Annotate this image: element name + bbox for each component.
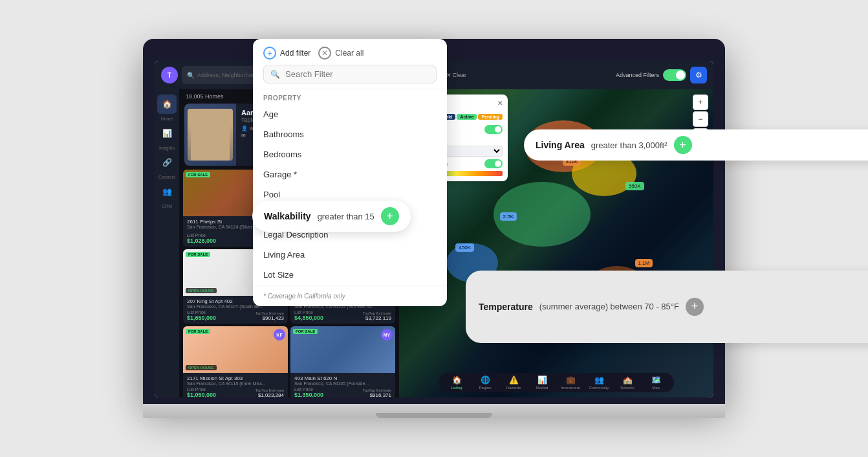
map-legend-close[interactable]: ✕ <box>497 100 503 107</box>
filter-item-living-area[interactable]: Living Area <box>253 245 447 265</box>
temperature-add-button[interactable]: + <box>686 298 704 316</box>
temperature-label-bold: Temperature <box>479 302 533 312</box>
list-item[interactable]: FOR SALE OPEN HOUSE KF 2171 Mission St A… <box>183 326 288 397</box>
filter-item-age[interactable]: Age <box>253 104 447 124</box>
community-icon: 👥 <box>594 375 604 385</box>
temperature-chip: Temperature (summer average) between 70 … <box>466 271 868 343</box>
filter-search-input[interactable] <box>285 69 429 79</box>
taptap-price: $901,423 <box>255 315 284 321</box>
agent-avatar-small: KF <box>274 329 285 340</box>
walkability-label-normal: greater than 15 <box>318 212 374 221</box>
toolbar-item-community[interactable]: 👥 Community <box>589 375 609 390</box>
sidebar-label-connect: Connect <box>158 175 175 179</box>
sidebar-label-crm: CRM <box>162 204 172 208</box>
user-avatar[interactable]: T <box>161 67 178 84</box>
market-icon: 📊 <box>537 375 547 385</box>
toolbar-item-investment[interactable]: 💼 Investment <box>560 375 581 390</box>
filter-item-bathrooms[interactable]: Bathrooms <box>253 124 447 144</box>
toolbar-label-listing: Listing <box>451 386 462 390</box>
settings-icon[interactable]: ⚙ <box>690 67 707 84</box>
list-price: $1,650,000 <box>187 315 216 321</box>
legend-prop-pills: Sold Active Pending <box>439 114 503 120</box>
toolbar-item-market[interactable]: 📊 Market <box>532 375 552 390</box>
laptop-base <box>143 404 725 418</box>
list-item[interactable]: FOR SALE MY 403 Main St 620 N San Franci… <box>290 326 395 397</box>
investment-icon: 💼 <box>566 375 576 385</box>
sidebar-label-home: Home <box>161 117 173 121</box>
sidebar-item-insights[interactable]: 📊 <box>157 124 177 143</box>
taptap-price: $3,722,119 <box>363 315 391 321</box>
clear-all-label: Clear all <box>335 49 363 58</box>
sidebar-label-insights: Insights <box>159 146 175 150</box>
filter-item-bedrooms[interactable]: Bedrooms <box>253 144 447 164</box>
listing-icon: 🏠 <box>452 375 462 385</box>
map-icon: 🗺️ <box>651 375 661 385</box>
toolbar-item-schools[interactable]: 🏫 Schools <box>617 375 638 390</box>
temperature-label-normal: (summer average) between 70 - 85°F <box>539 302 679 311</box>
filter-header: + Add filter ✕ Clear all 🔍 <box>253 39 447 89</box>
list-price: $1,350,000 <box>294 392 323 397</box>
clear-all-button[interactable]: ✕ Clear all <box>318 47 363 60</box>
taptap-estimate-toggle[interactable] <box>484 159 503 168</box>
for-sale-badge: FOR SALE <box>186 252 210 257</box>
map-price-bubble[interactable]: 1.1M <box>635 259 653 267</box>
advanced-filters-toggle[interactable]: Advanced Filters ⚙ <box>616 67 707 84</box>
filter-item-lot-size[interactable]: Lot Size <box>253 265 447 285</box>
filter-search-box[interactable]: 🔍 <box>263 65 437 84</box>
schools-icon: 🏫 <box>623 375 633 385</box>
toolbar-label-investment: Investment <box>561 386 580 390</box>
for-sale-badge: FOR SALE <box>293 329 318 334</box>
toolbar-item-listing[interactable]: 🏠 Listing <box>446 375 467 390</box>
coverage-note: * Coverage in California only <box>263 293 345 300</box>
sidebar-item-home[interactable]: 🏠 <box>157 95 177 114</box>
property-address: 2171 Mission St Apt 303 <box>187 375 284 381</box>
sidebar-item-crm[interactable]: 👥 <box>157 182 177 201</box>
agent-photo <box>184 104 236 166</box>
property-image: FOR SALE OPEN HOUSE KF <box>183 326 288 373</box>
agent-avatar-small: MY <box>381 329 393 340</box>
add-filter-dropdown-label: Add filter <box>280 49 310 58</box>
clear-label: Clear <box>453 72 467 78</box>
search-icon: 🔍 <box>187 72 195 79</box>
clear-button[interactable]: ✕ Clear <box>446 72 467 78</box>
toolbar-item-hazards[interactable]: ⚠️ Hazards <box>503 375 524 390</box>
map-zoom-in[interactable]: + <box>693 95 708 110</box>
legend-pill-active[interactable]: Active <box>457 114 477 120</box>
map-bottom-toolbar: 🏠 Listing 🌐 Region ⚠️ Hazards <box>439 373 674 392</box>
toolbar-label-hazards: Hazards <box>506 386 521 390</box>
property-city: San Francisco, CA 94110 (Inner Miss... <box>187 381 284 386</box>
map-price-bubble[interactable]: 550K <box>625 182 644 190</box>
heatmap-toggle[interactable] <box>484 125 503 134</box>
toolbar-item-map[interactable]: 🗺️ Map <box>646 375 666 390</box>
hazards-icon: ⚠️ <box>509 375 519 385</box>
legend-pill-pending[interactable]: Pending <box>478 114 503 120</box>
living-area-add-button[interactable]: + <box>674 136 692 154</box>
taptap-price: $1,023,284 <box>255 392 284 397</box>
left-sidebar: 🏠 Home 📊 Insights 🔗 Connect 👥 CRM <box>155 89 179 397</box>
property-city: San Francisco, CA 94105 (Portside... <box>294 381 391 386</box>
living-area-label-bold: Living Area <box>536 140 585 150</box>
walkability-add-button[interactable]: + <box>381 207 399 225</box>
filter-item-garage[interactable]: Garage * <box>253 164 447 184</box>
for-sale-badge: FOR SALE <box>186 329 210 334</box>
sidebar-item-connect[interactable]: 🔗 <box>157 153 177 172</box>
filter-search-icon: 🔍 <box>270 70 280 79</box>
list-price: $1,028,000 <box>187 238 216 244</box>
property-prices: List Price $1,050,000 TapTap Estimate $1… <box>187 387 284 397</box>
clear-all-circle-icon: ✕ <box>318 47 331 60</box>
for-sale-badge: FOR SALE <box>186 172 210 177</box>
toolbar-label-schools: Schools <box>620 386 634 390</box>
property-prices: List Price $1,650,000 TapTap Estimate $9… <box>187 310 284 321</box>
property-prices: List Price $1,350,000 TapTap Estimate $9… <box>294 387 391 397</box>
map-price-bubble[interactable]: 2.5K <box>500 212 517 221</box>
toolbar-item-region[interactable]: 🌐 Region <box>475 375 495 390</box>
filter-actions: + Add filter ✕ Clear all <box>263 47 437 60</box>
property-details: 2171 Mission St Apt 303 San Francisco, C… <box>183 373 288 397</box>
map-zoom-out[interactable]: − <box>693 111 708 127</box>
taptap-price: $916,371 <box>363 392 391 397</box>
toggle-pill[interactable] <box>663 69 686 81</box>
open-house-badge: OPEN HOUSE <box>186 288 217 293</box>
add-filter-dropdown-button[interactable]: + Add filter <box>263 47 310 60</box>
map-price-bubble[interactable]: 450K <box>455 243 474 252</box>
living-area-chip: Living Area greater than 3,000ft² + <box>524 129 868 161</box>
